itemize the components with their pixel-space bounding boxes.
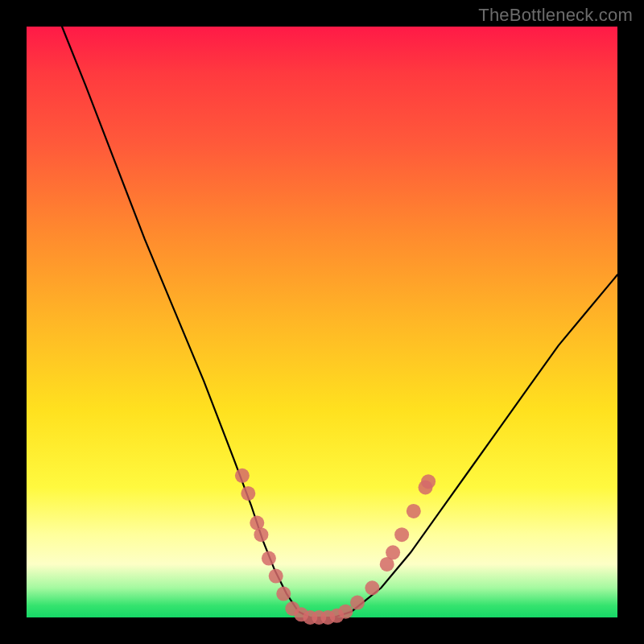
data-marker bbox=[394, 527, 409, 542]
data-marker bbox=[386, 545, 400, 559]
data-marker bbox=[421, 474, 436, 489]
chart-svg bbox=[27, 27, 617, 617]
data-marker bbox=[269, 569, 283, 584]
chart-frame: TheBottleneck.com bbox=[0, 0, 644, 644]
data-marker bbox=[338, 605, 353, 619]
data-marker bbox=[235, 469, 250, 483]
data-marker bbox=[350, 596, 365, 610]
data-marker bbox=[262, 551, 276, 566]
watermark-label: TheBottleneck.com bbox=[478, 5, 633, 26]
plot-area bbox=[27, 27, 617, 617]
data-marker bbox=[365, 580, 379, 595]
data-marker bbox=[254, 527, 268, 542]
bottleneck-curve bbox=[62, 27, 617, 617]
data-marker bbox=[407, 504, 421, 518]
data-marker bbox=[276, 587, 291, 601]
data-marker bbox=[241, 486, 255, 501]
